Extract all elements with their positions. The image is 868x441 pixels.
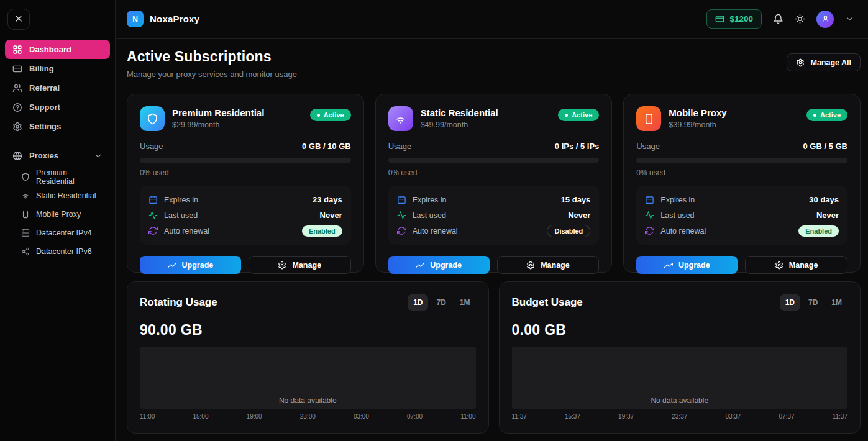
- detail-value: Never: [568, 211, 590, 220]
- trending-up-icon: [416, 261, 424, 270]
- sidebar-item-datacenter-ipv4[interactable]: Datacenter IPv4: [5, 224, 110, 242]
- avatar[interactable]: [816, 11, 834, 28]
- tab-7d[interactable]: 7D: [431, 294, 451, 311]
- x-tick: 11:00: [460, 413, 475, 420]
- gear-icon: [796, 58, 805, 67]
- account-menu-chevron[interactable]: [845, 14, 854, 24]
- manage-button[interactable]: Manage: [249, 256, 351, 274]
- budget-usage-card: Budget Usage 1D 7D 1M 0.00 GB No data av…: [499, 281, 861, 434]
- tab-1m[interactable]: 1M: [454, 294, 476, 311]
- x-tick: 23:37: [672, 413, 687, 420]
- detail-label: Last used: [413, 211, 446, 220]
- usage-progress-bar: [140, 158, 351, 163]
- calendar-icon: [397, 195, 406, 204]
- upgrade-button[interactable]: Upgrade: [388, 256, 490, 274]
- subscription-price: $39.99/month: [669, 120, 726, 129]
- chart-title: Rotating Usage: [140, 296, 217, 309]
- usage-progress-bar: [636, 158, 847, 163]
- gear-icon: [12, 122, 22, 132]
- subscription-card-mobile-proxy: Mobile Proxy $39.99/month Active Usage 0…: [623, 94, 861, 273]
- brand-initial: N: [132, 15, 138, 24]
- x-tick: 19:37: [618, 413, 634, 420]
- help-circle-icon: [12, 102, 22, 112]
- topbar: N NoxaProxy $1200: [116, 0, 868, 39]
- status-badge: Active: [558, 109, 599, 121]
- usage-value: 0 IPs / 5 IPs: [555, 142, 600, 151]
- refresh-icon: [397, 226, 406, 235]
- smartphone-icon: [636, 106, 661, 131]
- topbar-actions: $1200: [706, 9, 854, 29]
- subscription-details: Expires in 30 days Last used Never Auto …: [636, 186, 847, 245]
- trending-up-icon: [664, 261, 673, 270]
- chart-range-tabs: 1D 7D 1M: [780, 294, 847, 311]
- user-icon: [821, 14, 830, 24]
- x-tick: 11:37: [512, 413, 527, 420]
- sidebar-subitem-label: Datacenter IPv6: [36, 247, 92, 256]
- manage-button[interactable]: Manage: [745, 256, 847, 274]
- sidebar-item-datacenter-ipv6[interactable]: Datacenter IPv6: [5, 242, 110, 261]
- usage-label: Usage: [140, 142, 163, 151]
- status-badge: Active: [806, 109, 847, 121]
- detail-value: 23 days: [313, 195, 342, 204]
- sidebar-item-settings[interactable]: Settings: [5, 117, 110, 136]
- sun-icon: [795, 14, 805, 24]
- activity-icon: [645, 211, 654, 220]
- chart-range-tabs: 1D 7D 1M: [408, 294, 475, 311]
- detail-label: Expires in: [660, 196, 695, 204]
- wifi-icon: [21, 191, 30, 200]
- sidebar-close-button[interactable]: [7, 9, 30, 30]
- sidebar-subitem-label: Static Residential: [36, 191, 96, 200]
- globe-icon: [12, 151, 22, 161]
- subscription-cards-row: Premium Residential $29.99/month Active …: [127, 94, 861, 273]
- page-content: Active Subscriptions Manage your proxy s…: [116, 39, 868, 441]
- chart-x-axis: 11:00 15:00 19:00 23:00 03:00 07:00 11:0…: [140, 413, 476, 420]
- tab-7d[interactable]: 7D: [803, 294, 823, 311]
- notifications-button[interactable]: [773, 14, 783, 24]
- sidebar-item-mobile-proxy[interactable]: Mobile Proxy: [5, 205, 110, 224]
- auto-renewal-badge: Enabled: [798, 225, 839, 237]
- x-tick: 07:37: [779, 413, 795, 420]
- subscription-card-premium-residential: Premium Residential $29.99/month Active …: [127, 94, 364, 273]
- tab-1d[interactable]: 1D: [780, 294, 800, 311]
- sidebar-item-dashboard[interactable]: Dashboard: [5, 40, 110, 59]
- gear-icon: [278, 261, 286, 270]
- detail-label: Expires in: [413, 196, 447, 204]
- rotating-usage-card: Rotating Usage 1D 7D 1M 90.00 GB No data…: [127, 281, 489, 434]
- sidebar-item-label: Dashboard: [29, 45, 71, 54]
- theme-toggle-button[interactable]: [795, 14, 805, 24]
- sidebar-item-support[interactable]: Support: [5, 98, 110, 117]
- tab-1m[interactable]: 1M: [826, 294, 847, 311]
- sidebar-item-static-residential[interactable]: Static Residential: [5, 186, 110, 205]
- sidebar-item-label: Billing: [29, 64, 54, 73]
- chart-total-value: 90.00 GB: [140, 322, 476, 339]
- main-area: N NoxaProxy $1200: [116, 0, 868, 441]
- upgrade-button[interactable]: Upgrade: [636, 256, 738, 274]
- usage-label: Usage: [388, 142, 412, 151]
- status-badge: Active: [310, 109, 351, 121]
- sidebar-item-referral[interactable]: Referral: [5, 78, 110, 98]
- upgrade-button[interactable]: Upgrade: [140, 256, 241, 274]
- chart-empty-text: No data available: [279, 396, 337, 405]
- activity-icon: [148, 211, 158, 220]
- app-root: Dashboard Billing Referral Support Setti…: [0, 0, 868, 441]
- x-tick: 19:00: [247, 413, 262, 420]
- usage-value: 0 GB / 5 GB: [803, 142, 847, 151]
- balance-button[interactable]: $1200: [706, 9, 762, 29]
- detail-label: Auto renewal: [164, 227, 209, 235]
- sidebar-item-premium-residential[interactable]: Premium Residential: [5, 168, 110, 186]
- sidebar-item-billing[interactable]: Billing: [5, 59, 110, 78]
- sidebar-item-label: Settings: [29, 122, 61, 131]
- page-header: Active Subscriptions Manage your proxy s…: [127, 48, 861, 79]
- manage-button[interactable]: Manage: [497, 256, 600, 274]
- bell-icon: [773, 14, 783, 24]
- detail-label: Last used: [660, 211, 694, 220]
- brand[interactable]: N NoxaProxy: [127, 11, 199, 27]
- manage-all-button[interactable]: Manage All: [787, 53, 861, 71]
- gear-icon: [526, 261, 535, 270]
- x-tick: 11:00: [140, 413, 155, 420]
- tab-1d[interactable]: 1D: [408, 294, 428, 311]
- sidebar-subitem-label: Premium Residential: [36, 168, 105, 186]
- sidebar-group-proxies[interactable]: Proxies: [5, 146, 110, 165]
- sidebar-proxies-subnav: Premium Residential Static Residential M…: [5, 168, 110, 261]
- calendar-icon: [148, 195, 158, 204]
